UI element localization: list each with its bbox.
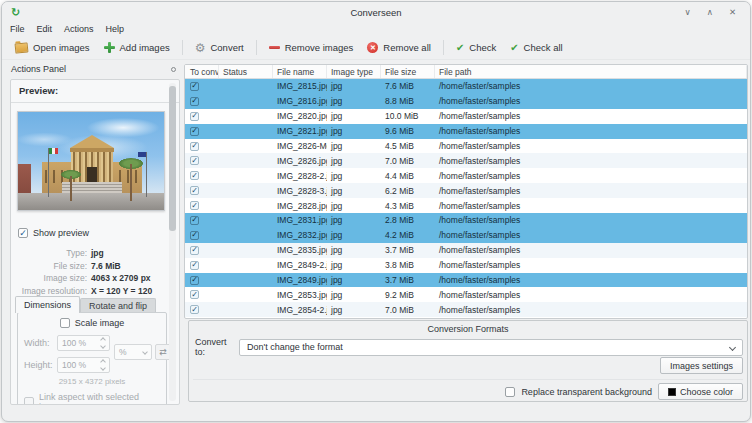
images-settings-button[interactable]: Images settings [660, 357, 743, 374]
table-row[interactable]: ✓IMG_2835.jpgjpg3.7 MiB/home/faster/samp… [185, 243, 747, 258]
convert-button[interactable]: ⚙ Convert [188, 39, 251, 57]
row-checkbox-cell[interactable]: ✓ [185, 228, 219, 243]
column-header[interactable]: File path [435, 65, 747, 78]
row-checkbox[interactable]: ✓ [190, 156, 199, 165]
row-checkbox-cell[interactable]: ✓ [185, 287, 219, 302]
row-checkbox-cell[interactable]: ✓ [185, 139, 219, 154]
row-checkbox[interactable]: ✓ [190, 216, 199, 225]
row-checkbox-cell[interactable]: ✓ [185, 153, 219, 168]
dock-float-button[interactable] [171, 67, 176, 72]
row-checkbox[interactable]: ✓ [190, 246, 199, 255]
table-row[interactable]: ✓IMG_2831.jpgjpg2.8 MiB/home/faster/samp… [185, 213, 747, 228]
row-checkbox-cell[interactable]: ✓ [185, 213, 219, 228]
row-checkbox-cell[interactable]: ✓ [185, 109, 219, 124]
row-checkbox-cell[interactable]: ✓ [185, 198, 219, 213]
row-checkbox-cell[interactable]: ✓ [185, 168, 219, 183]
show-preview-checkbox[interactable]: ✓ [18, 228, 28, 238]
row-checkbox-cell[interactable]: ✓ [185, 243, 219, 258]
replace-background-checkbox[interactable] [505, 387, 515, 397]
tab-rotate-flip[interactable]: Rotate and flip [80, 298, 156, 313]
check-all-button[interactable]: ✔ Check all [503, 39, 569, 56]
table-row[interactable]: ✓IMG_2849.jpgjpg3.7 MiB/home/faster/samp… [185, 273, 747, 288]
row-checkbox-cell[interactable]: ✓ [185, 124, 219, 139]
row-checkbox[interactable]: ✓ [190, 171, 199, 180]
scrollbar-thumb[interactable] [169, 86, 176, 231]
scale-image-checkbox[interactable] [60, 318, 70, 328]
link-aspect-row: Link aspect with selected image [24, 392, 166, 405]
table-row[interactable]: ✓IMG_2820.jpgjpg10.0 MiB/home/faster/sam… [185, 109, 747, 124]
row-checkbox-cell[interactable]: ✓ [185, 258, 219, 273]
row-checkbox[interactable]: ✓ [190, 82, 199, 91]
table-row[interactable]: ✓IMG_2826.jpgjpg7.0 MiB/home/faster/samp… [185, 153, 747, 168]
table-row[interactable]: ✓IMG_2854-2.jpgjpg7.0 MiB/home/faster/sa… [185, 302, 747, 317]
row-checkbox[interactable]: ✓ [190, 201, 199, 210]
row-checkbox[interactable]: ✓ [190, 276, 199, 285]
menu-edit[interactable]: Edit [37, 24, 53, 34]
check-button[interactable]: ✔ Check [449, 39, 503, 56]
remove-all-button[interactable]: ✕ Remove all [360, 39, 438, 56]
table-row[interactable]: ✓IMG_2828.jpgjpg4.3 MiB/home/faster/samp… [185, 198, 747, 213]
table-row[interactable]: ✓IMG_2815.jpgjpg7.6 MiB/home/faster/samp… [185, 79, 747, 94]
height-label: Height: [24, 360, 57, 370]
row-checkbox[interactable]: ✓ [190, 261, 199, 270]
column-header[interactable]: File size [381, 65, 435, 78]
close-button[interactable]: ✕ [729, 7, 736, 17]
minimize-button[interactable]: ∨ [684, 7, 690, 17]
table-row[interactable]: ✓IMG_2816.jpgjpg8.8 MiB/home/faster/samp… [185, 94, 747, 109]
choose-color-button[interactable]: Choose color [658, 383, 743, 400]
remove-images-button[interactable]: Remove images [262, 39, 361, 56]
add-images-button[interactable]: Add images [97, 39, 177, 56]
column-header[interactable]: To convert [185, 65, 219, 78]
column-header[interactable]: Image type [327, 65, 381, 78]
stepper-arrows-icon[interactable] [101, 360, 109, 370]
row-checkbox-cell[interactable]: ✓ [185, 183, 219, 198]
table-cell: /home/faster/samples [435, 213, 747, 228]
background-options-row: Replace transparent background Choose co… [505, 383, 743, 400]
table-cell: jpg [327, 168, 381, 183]
row-checkbox-cell[interactable]: ✓ [185, 94, 219, 109]
menu-help[interactable]: Help [106, 24, 125, 34]
tab-dimensions[interactable]: Dimensions [15, 296, 80, 313]
table-cell: IMG_2831.jpg [273, 213, 327, 228]
table-row[interactable]: ✓IMG_2849-2.jpgjpg3.8 MiB/home/faster/sa… [185, 258, 747, 273]
stepper-arrows-icon[interactable] [101, 338, 109, 348]
table-row[interactable]: ✓IMG_2828-3.jpgjpg6.2 MiB/home/faster/sa… [185, 183, 747, 198]
row-checkbox[interactable]: ✓ [190, 142, 199, 151]
height-stepper[interactable]: 100 % [57, 357, 110, 373]
table-cell: jpg [327, 273, 381, 288]
panel-scrollbar[interactable] [169, 83, 176, 401]
table-cell: /home/faster/samples [435, 139, 747, 154]
table-row[interactable]: ✓IMG_2828-2.jpgjpg4.4 MiB/home/faster/sa… [185, 168, 747, 183]
row-checkbox[interactable]: ✓ [190, 97, 199, 106]
table-cell [219, 139, 273, 154]
image-info: Type: jpg File size: 7.6 MiB Image size:… [11, 247, 171, 297]
row-checkbox[interactable]: ✓ [190, 305, 199, 314]
table-row[interactable]: ✓IMG_2821.jpgjpg9.6 MiB/home/faster/samp… [185, 124, 747, 139]
row-checkbox[interactable]: ✓ [190, 186, 199, 195]
table-cell: IMG_2821.jpg [273, 124, 327, 139]
table-cell: 7.0 MiB [381, 302, 435, 317]
row-checkbox-cell[interactable]: ✓ [185, 79, 219, 94]
show-preview-label: Show preview [33, 228, 89, 238]
width-stepper[interactable]: 100 % [57, 335, 110, 351]
table-row[interactable]: ✓IMG_2853.jpgjpg9.2 MiB/home/faster/samp… [185, 287, 747, 302]
format-select[interactable]: Don't change the format [239, 339, 743, 356]
column-header[interactable]: File name [273, 65, 327, 78]
table-row[interactable]: ✓IMG_2832.jpgjpg4.2 MiB/home/faster/samp… [185, 228, 747, 243]
menu-file[interactable]: File [10, 24, 25, 34]
column-header[interactable]: Status [219, 65, 273, 78]
row-checkbox[interactable]: ✓ [190, 127, 199, 136]
menu-actions[interactable]: Actions [64, 24, 94, 34]
row-checkbox[interactable]: ✓ [190, 290, 199, 299]
row-checkbox[interactable]: ✓ [190, 112, 199, 121]
table-cell: jpg [327, 228, 381, 243]
table-cell [219, 228, 273, 243]
row-checkbox-cell[interactable]: ✓ [185, 302, 219, 317]
link-aspect-checkbox[interactable] [24, 397, 34, 405]
row-checkbox-cell[interactable]: ✓ [185, 273, 219, 288]
table-row[interactable]: ✓IMG_2826-Mo...jpg4.5 MiB/home/faster/sa… [185, 139, 747, 154]
unit-select[interactable]: % [114, 344, 152, 360]
maximize-button[interactable]: ∧ [707, 7, 713, 17]
open-images-button[interactable]: Open images [8, 39, 97, 56]
row-checkbox[interactable]: ✓ [190, 231, 199, 240]
